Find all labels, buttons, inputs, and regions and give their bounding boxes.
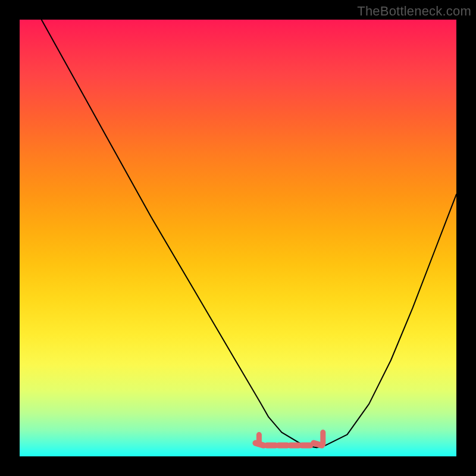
chart-overlay xyxy=(20,20,456,456)
chart-frame: TheBottleneck.com xyxy=(0,0,476,476)
optimal-zone-marker xyxy=(255,433,322,446)
watermark-label: TheBottleneck.com xyxy=(357,4,471,19)
bottleneck-curve xyxy=(42,20,456,447)
